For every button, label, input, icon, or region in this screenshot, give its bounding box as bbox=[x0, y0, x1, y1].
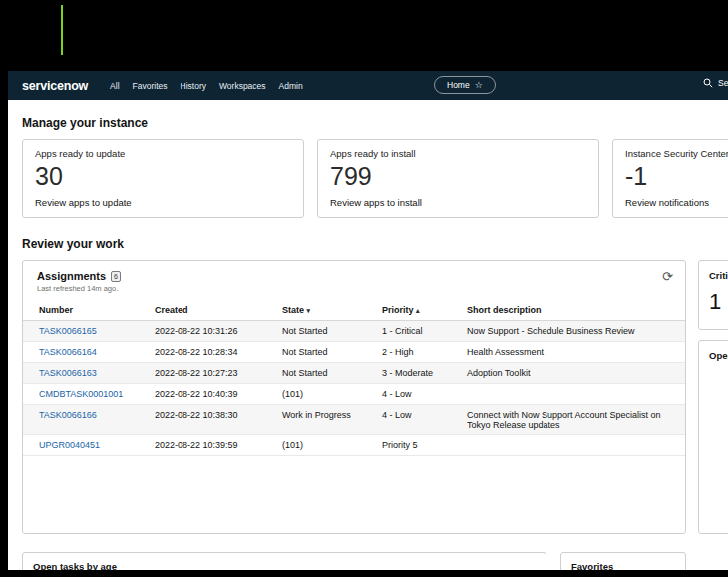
app-content: Manage your instance Apps ready to updat… bbox=[8, 100, 728, 570]
stat-card-value: 30 bbox=[35, 163, 291, 191]
refresh-icon[interactable]: ⟳ bbox=[662, 270, 673, 283]
bottom-row: Open tasks by age Favorites bbox=[22, 552, 728, 570]
short-description-cell: Now Support - Schedule Business Review bbox=[463, 321, 685, 342]
state-cell: Work in Progress bbox=[278, 405, 378, 435]
task-number-link[interactable]: UPGR0040451 bbox=[39, 440, 100, 450]
window-top-frame bbox=[8, 55, 728, 71]
state-cell: Not Started bbox=[278, 363, 378, 384]
task-number-link[interactable]: TASK0066165 bbox=[39, 326, 97, 336]
table-row: CMDBTASK0001001 2022-08-22 10:40:39 (101… bbox=[23, 384, 685, 405]
sort-desc-icon: ▾ bbox=[307, 307, 311, 314]
nav-item-admin[interactable]: Admin bbox=[279, 81, 303, 91]
assignments-title: Assignments bbox=[37, 270, 106, 282]
nav-item-all[interactable]: All bbox=[110, 81, 119, 91]
favorites-card: Favorites bbox=[560, 552, 686, 570]
star-icon: ☆ bbox=[475, 81, 483, 90]
home-button[interactable]: Home ☆ bbox=[434, 76, 496, 94]
header-nav: All Favorites History Workspaces Admin bbox=[110, 81, 303, 91]
home-button-label: Home bbox=[447, 80, 470, 90]
assignments-panel: Assignments 6 Last refreshed 14m ago. ⟳ … bbox=[22, 260, 686, 534]
table-header-row: Number Created State ▾ Priority ▴ Short … bbox=[23, 300, 685, 321]
critical-card-title: Critical bbox=[709, 270, 728, 281]
sort-asc-icon: ▴ bbox=[416, 307, 420, 314]
column-header-state[interactable]: State ▾ bbox=[278, 300, 378, 321]
priority-cell: 1 - Critical bbox=[378, 321, 463, 342]
open-tasks-card: Open tasks bbox=[698, 340, 728, 534]
created-cell: 2022-08-22 10:40:39 bbox=[151, 384, 278, 405]
stat-card-value: 799 bbox=[330, 163, 586, 191]
short-description-cell: Connect with Now Support Account Special… bbox=[463, 405, 685, 435]
created-cell: 2022-08-22 10:38:30 bbox=[151, 405, 278, 435]
search-icon bbox=[703, 78, 713, 88]
assignments-count-badge: 6 bbox=[111, 271, 121, 282]
task-number-link[interactable]: CMDBTASK0001001 bbox=[39, 389, 123, 399]
review-notifications-link[interactable]: Review notifications bbox=[625, 197, 728, 208]
priority-cell: 2 - High bbox=[378, 342, 463, 363]
assignments-header: Assignments 6 Last refreshed 14m ago. bbox=[23, 261, 685, 296]
created-cell: 2022-08-22 10:39:59 bbox=[151, 435, 278, 456]
critical-card-value: 1 bbox=[709, 289, 728, 315]
priority-cell: 4 - Low bbox=[378, 405, 463, 435]
column-header-created[interactable]: Created bbox=[151, 300, 278, 321]
priority-cell: 3 - Moderate bbox=[378, 363, 463, 384]
state-cell: (101) bbox=[278, 384, 378, 405]
table-row: UPGR0040451 2022-08-22 10:39:59 (101) Pr… bbox=[23, 435, 685, 456]
stat-cards-row: Apps ready to update 30 Review apps to u… bbox=[22, 139, 728, 218]
created-cell: 2022-08-22 10:27:23 bbox=[151, 363, 278, 384]
table-row: TASK0066164 2022-08-22 10:28:34 Not Star… bbox=[23, 342, 685, 363]
stat-card-security-notifications: Instance Security Center notifications -… bbox=[612, 139, 728, 218]
open-tasks-by-age-card: Open tasks by age bbox=[22, 552, 546, 570]
table-row: TASK0066163 2022-08-22 10:27:23 Not Star… bbox=[23, 363, 685, 384]
nav-item-history[interactable]: History bbox=[181, 81, 206, 91]
priority-cell: 4 - Low bbox=[378, 384, 463, 405]
open-tasks-card-title: Open tasks bbox=[709, 350, 728, 361]
review-work-row: Assignments 6 Last refreshed 14m ago. ⟳ … bbox=[22, 260, 728, 534]
state-cell: Not Started bbox=[278, 342, 378, 363]
nav-item-favorites[interactable]: Favorites bbox=[133, 81, 168, 91]
priority-cell: Priority 5 bbox=[378, 435, 463, 456]
review-apps-update-link[interactable]: Review apps to update bbox=[35, 197, 291, 208]
table-row: TASK0066165 2022-08-22 10:31:26 Not Star… bbox=[23, 321, 685, 342]
table-row: TASK0066166 2022-08-22 10:38:30 Work in … bbox=[23, 405, 685, 435]
column-header-priority[interactable]: Priority ▴ bbox=[378, 300, 463, 321]
task-number-link[interactable]: TASK0066166 bbox=[39, 410, 97, 420]
side-column: Critical 1 Open tasks bbox=[698, 260, 728, 534]
nav-item-workspaces[interactable]: Workspaces bbox=[219, 81, 266, 91]
column-header-number[interactable]: Number bbox=[23, 300, 151, 321]
column-header-short-description[interactable]: Short description bbox=[463, 300, 685, 321]
green-marker-line bbox=[61, 5, 63, 56]
stat-card-apps-install: Apps ready to install 799 Review apps to… bbox=[317, 139, 599, 218]
task-number-link[interactable]: TASK0066163 bbox=[39, 368, 97, 378]
stat-card-value: -1 bbox=[625, 163, 728, 191]
last-refreshed-text: Last refreshed 14m ago. bbox=[37, 284, 671, 293]
stat-card-title: Instance Security Center notifications bbox=[625, 148, 728, 159]
stat-card-title: Apps ready to install bbox=[330, 148, 586, 159]
short-description-cell: Adoption Toolkit bbox=[463, 363, 685, 384]
search-label: Search bbox=[718, 78, 728, 88]
app-window: servicenow All Favorites History Workspa… bbox=[8, 55, 728, 570]
servicenow-logo[interactable]: servicenow bbox=[22, 79, 88, 93]
stat-card-apps-update: Apps ready to update 30 Review apps to u… bbox=[22, 139, 304, 218]
short-description-cell bbox=[463, 435, 685, 456]
app-header: servicenow All Favorites History Workspa… bbox=[8, 71, 728, 100]
stat-card-title: Apps ready to update bbox=[35, 148, 291, 159]
short-description-cell: Health Assessment bbox=[463, 342, 685, 363]
created-cell: 2022-08-22 10:28:34 bbox=[151, 342, 278, 363]
task-number-link[interactable]: TASK0066164 bbox=[39, 347, 97, 357]
created-cell: 2022-08-22 10:31:26 bbox=[151, 321, 278, 342]
header-search[interactable]: Search bbox=[703, 78, 728, 88]
review-work-heading: Review your work bbox=[22, 237, 728, 251]
review-apps-install-link[interactable]: Review apps to install bbox=[330, 197, 586, 208]
open-tasks-by-age-title: Open tasks by age bbox=[33, 561, 536, 570]
assignments-table: Number Created State ▾ Priority ▴ Short … bbox=[23, 300, 685, 456]
state-cell: Not Started bbox=[278, 321, 378, 342]
manage-instance-heading: Manage your instance bbox=[22, 116, 728, 130]
critical-card: Critical 1 bbox=[698, 260, 728, 330]
favorites-title: Favorites bbox=[571, 561, 675, 570]
short-description-cell bbox=[463, 384, 685, 405]
state-cell: (101) bbox=[278, 435, 378, 456]
